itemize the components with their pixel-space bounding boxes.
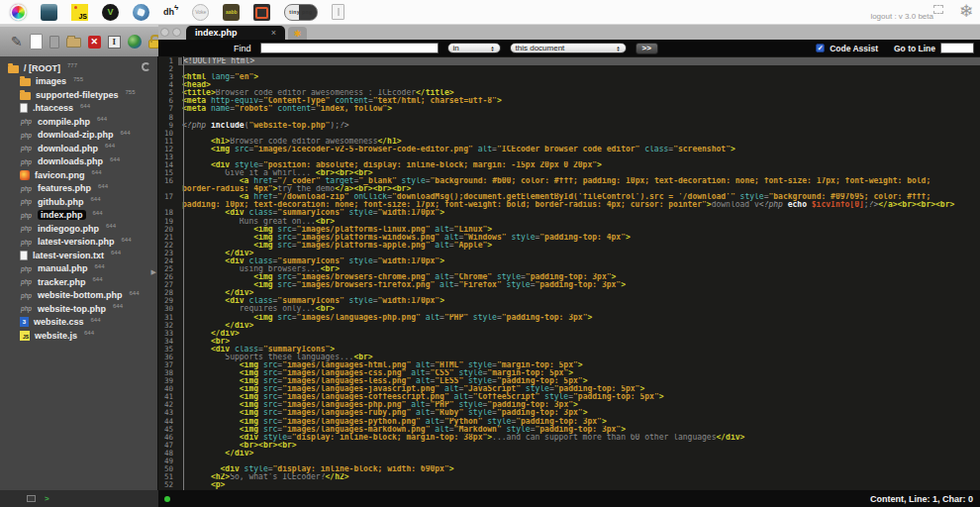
file-tree-item[interactable]: images755 xyxy=(0,75,157,89)
code-row[interactable]: 44 <img src="images/languages-python.png… xyxy=(158,418,980,426)
globe-icon[interactable] xyxy=(128,35,142,49)
code-row[interactable]: 22 <img src="images/platforms-apple.png"… xyxy=(158,242,980,250)
code-row[interactable]: border-radius: 4px">try the demo</a><br>… xyxy=(158,185,980,193)
code-row[interactable]: 19 Runs great on...<br> xyxy=(158,218,980,226)
code-assist-checkbox[interactable] xyxy=(816,44,825,52)
code-row[interactable]: 16 <a href="/_coder" target="_blank" sty… xyxy=(158,177,980,185)
code-row[interactable]: 20 <img src="images/platforms-linux.png"… xyxy=(158,226,980,234)
file-tree-item[interactable]: website.js644 xyxy=(0,329,157,343)
newfile-icon[interactable] xyxy=(30,34,43,50)
code-row[interactable]: 26 <img src="images/browsers-chrome.png"… xyxy=(158,273,980,281)
rename-icon[interactable] xyxy=(108,36,121,49)
code-row[interactable]: 28 </div> xyxy=(158,289,980,297)
code-row[interactable]: 12 <img src="images/icecoder-v2-5-browse… xyxy=(158,146,980,153)
clipboard-page-icon[interactable] xyxy=(332,4,344,20)
code-row[interactable]: 11 <h1>Browser code editor awesomeness</… xyxy=(158,138,980,146)
orange-frame-icon[interactable] xyxy=(253,4,270,21)
file-tree-item[interactable]: website-bottom.php644 xyxy=(0,289,157,303)
code-row[interactable]: 24 <div class="summaryIcons" style="widt… xyxy=(158,257,980,265)
code-row[interactable]: 6<meta http-equiv="Content-Type" content… xyxy=(158,97,980,105)
blue-circle-app-icon[interactable] xyxy=(133,4,149,21)
file-tree-item[interactable]: github.php644 xyxy=(0,195,157,209)
tab-index-php[interactable]: index.php × xyxy=(186,26,285,40)
code-row[interactable]: 14 <div style="position: absolute; displ… xyxy=(158,161,980,169)
delete-icon[interactable] xyxy=(88,36,101,49)
code-row[interactable]: 35 <div class="summaryIcons"> xyxy=(158,346,980,354)
file-tree-item[interactable]: website.css644 xyxy=(0,316,157,330)
file-tree-item[interactable]: download.php644 xyxy=(0,142,157,155)
code-row[interactable]: 1<!DOCTYPE html> xyxy=(158,57,980,65)
code-row[interactable]: 10 xyxy=(158,130,980,138)
find-input[interactable] xyxy=(260,43,439,53)
code-row[interactable]: 37 <img src="images/languages-html.png" … xyxy=(158,361,980,369)
code-row[interactable]: 42 <img src="images/languages-php.png" a… xyxy=(158,401,980,409)
code-editor[interactable]: 1<!DOCTYPE html>23<html lang="en">4<head… xyxy=(158,56,980,490)
file-tree-item[interactable]: favicon.png644 xyxy=(0,168,157,182)
code-row[interactable]: 7<meta name="robots" content="index, fol… xyxy=(158,105,980,113)
code-row[interactable]: 30 requires only...<br> xyxy=(158,305,980,313)
code-row[interactable]: 48 </div> xyxy=(158,450,980,457)
code-row[interactable]: 9<?php include("website-top.php");?> xyxy=(158,122,980,130)
code-row[interactable]: 4<head> xyxy=(158,81,980,89)
file-tree-item[interactable]: manual.php644 xyxy=(0,262,157,276)
code-row[interactable]: 5<title>Browser code editor awesomeness … xyxy=(158,89,980,97)
file-tree-item[interactable]: supported-filetypes755 xyxy=(0,88,157,102)
code-row[interactable]: 15 Give it a whirl... <br><br><br> xyxy=(158,169,980,177)
logout-link[interactable]: logout : v 3.0 beta xyxy=(870,12,933,21)
code-row[interactable]: 41 <img src="images/languages-coffeescri… xyxy=(158,393,980,401)
code-row[interactable]: 45 <img src="images/languages-markdown.p… xyxy=(158,426,980,434)
paint-bucket-icon[interactable] xyxy=(41,4,57,21)
code-row[interactable]: padding: 10px; text-decoration: none; fo… xyxy=(158,201,980,209)
code-row[interactable]: 23 </div> xyxy=(158,250,980,257)
code-row[interactable]: 2 xyxy=(158,65,980,73)
refresh-icon[interactable] xyxy=(142,62,150,71)
file-tree-item[interactable]: tracker.php644 xyxy=(0,275,157,289)
file-tree-item[interactable]: download-zip.php644 xyxy=(0,129,157,143)
code-row[interactable]: 52 <p> xyxy=(158,481,980,489)
file-tree-item[interactable]: / [ROOT]777 xyxy=(0,61,157,75)
file-tree-item[interactable]: latest-version.txt644 xyxy=(0,249,157,262)
code-row[interactable]: 43 <img src="images/languages-ruby.png" … xyxy=(158,409,980,417)
js-badge-icon[interactable]: JS xyxy=(71,4,88,21)
code-row[interactable]: 27 <img src="images/browsers-firefox.png… xyxy=(158,281,980,289)
code-row[interactable]: 51 <h2>So, what's ICEcoder?</h2> xyxy=(158,473,980,481)
tab-close-icon[interactable]: × xyxy=(271,28,276,38)
v-logo-circle-icon[interactable] xyxy=(102,4,119,21)
aabb-badge-icon[interactable]: aabb xyxy=(223,4,240,21)
code-row[interactable]: 3<html lang="en"> xyxy=(158,73,980,81)
tab-scroll-left[interactable] xyxy=(160,28,169,37)
output-panel-icon[interactable] xyxy=(27,495,36,502)
code-row[interactable]: 39 <img src="images/languages-less.png" … xyxy=(158,377,980,385)
code-row[interactable]: 47 <br><br><br> xyxy=(158,442,980,450)
snowflake-icon[interactable]: ❄ xyxy=(959,1,973,23)
fullscreen-icon[interactable] xyxy=(933,5,943,14)
pencil-icon[interactable] xyxy=(11,34,23,50)
find-go-button[interactable]: >> xyxy=(636,43,658,54)
file-tree-item[interactable]: compile.php644 xyxy=(0,115,157,129)
find-in-select[interactable]: in xyxy=(447,43,501,53)
line-number[interactable]: 52 xyxy=(158,481,178,489)
find-scope-select[interactable]: this document xyxy=(510,43,627,53)
tinypng-badge-icon[interactable]: tiny png xyxy=(284,4,317,21)
file-tree-item[interactable]: .htaccess644 xyxy=(0,102,157,116)
code-row[interactable]: 34 <br> xyxy=(158,338,980,346)
code-row[interactable]: 29 <div class="summaryIcons" style="widt… xyxy=(158,297,980,305)
color-wheel-icon[interactable] xyxy=(10,4,27,21)
code-row[interactable]: 40 <img src="images/languages-javascript… xyxy=(158,385,980,393)
console-icon[interactable] xyxy=(45,494,49,503)
code-row[interactable]: 38 <img src="images/languages-css.png" a… xyxy=(158,369,980,377)
voke-stamp-icon[interactable]: Voke xyxy=(192,4,209,21)
file-tree-item[interactable]: latest-version.php644 xyxy=(0,236,157,250)
code-row[interactable]: 21 <img src="images/platforms-windows.pn… xyxy=(158,234,980,242)
folder-icon[interactable] xyxy=(66,38,81,48)
code-row[interactable]: 13 xyxy=(158,153,980,161)
file-tree-item[interactable]: downloads.php644 xyxy=(0,155,157,169)
new-tab-star[interactable]: ✱ xyxy=(288,27,307,40)
code-row[interactable]: 32 </div> xyxy=(158,322,980,330)
line-number[interactable]: 16 xyxy=(158,177,178,185)
code-row[interactable]: 49 xyxy=(158,457,980,465)
code-row[interactable]: 50 <div style="display: inline-block; wi… xyxy=(158,465,980,473)
dh-lightning-icon[interactable]: dh xyxy=(163,4,178,21)
tab-scroll-right[interactable] xyxy=(172,28,181,37)
sidebar-expand-arrow-icon[interactable]: ▶ xyxy=(151,268,156,276)
